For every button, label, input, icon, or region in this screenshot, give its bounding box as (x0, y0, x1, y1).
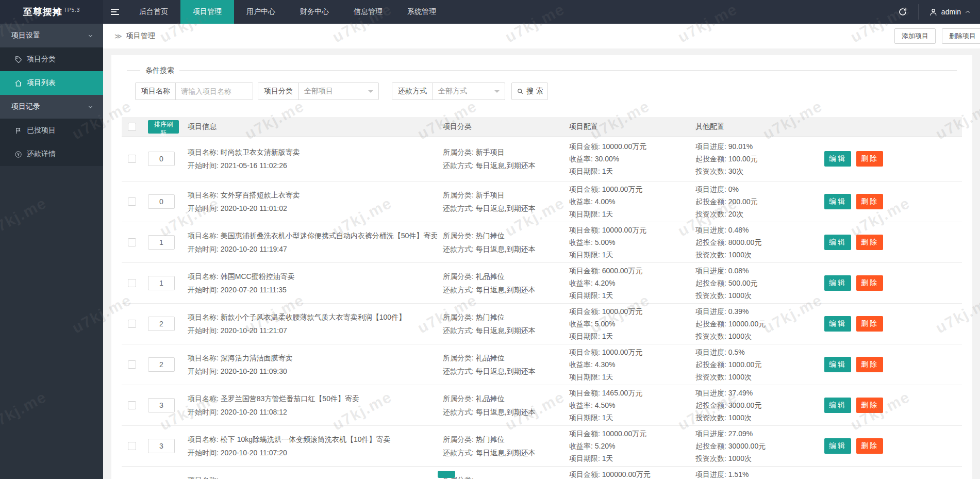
cell-value: 热门摊位 (476, 313, 505, 321)
search-button[interactable]: 搜 索 (511, 82, 548, 100)
cell-value: 礼品摊位 (476, 394, 505, 403)
row-actions: 编辑删除 (824, 194, 883, 209)
sidebar-item-label: 项目分类 (27, 55, 56, 64)
sort-order-input[interactable] (148, 194, 175, 209)
cell-value: 韩国MCC蜜粉控油寄卖 (221, 272, 295, 280)
sidebar-item-invested-projects[interactable]: 已投项目 (0, 119, 103, 142)
sort-order-input[interactable] (148, 357, 175, 372)
row-actions: 编辑删除 (824, 235, 883, 250)
edit-button[interactable]: 编辑 (824, 316, 851, 332)
edit-button[interactable]: 编辑 (824, 194, 851, 209)
sort-order-input[interactable] (148, 398, 175, 412)
nav-item[interactable]: 信息管理 (341, 0, 395, 24)
cell-value: 美国惠浦折叠洗衣机小型迷你便携式自动内衣裤分桶洗【50件】寄卖 (221, 232, 438, 240)
cell-label: 项目期限: (569, 373, 602, 381)
sidebar-item-project-list[interactable]: 项目列表 (0, 71, 103, 95)
sort-order-input[interactable] (148, 317, 175, 331)
project-category-cell: 所属分类: 新手项目还款方式: 每日返息,到期还本 (443, 188, 561, 215)
project-info-cell: 项目名称: 开始时间: (188, 473, 435, 479)
nav-item[interactable]: 系统管理 (395, 0, 449, 24)
row-checkbox[interactable] (128, 442, 136, 450)
cell-value: 时尚款卫衣女清新版寄卖 (221, 148, 300, 156)
delete-button[interactable]: 删除 (856, 316, 883, 332)
cell-value: 1.51% (728, 470, 749, 478)
edit-button[interactable]: 编辑 (824, 151, 851, 167)
cell-value: 2020-10-20 11:01:02 (221, 204, 287, 212)
header-project-config: 项目配置 (569, 122, 688, 131)
delete-button[interactable]: 删除 (856, 275, 883, 291)
sidebar-item-project-category[interactable]: 项目分类 (0, 47, 103, 71)
cell-label: 所属分类: (443, 435, 476, 443)
cell-label: 还款方式: (443, 161, 476, 170)
cell-label: 起投金额: (695, 155, 728, 163)
table-row: 项目名称: 新款小个子风衣温柔收腰薄款气质大衣寄卖利润【100件】开始时间: 2… (122, 304, 962, 344)
cell-value: 女外穿百搭短款上衣寄卖 (221, 191, 300, 199)
app-version: TP5.3 (64, 7, 80, 13)
delete-button[interactable]: 删除 (856, 398, 883, 413)
edit-button[interactable]: 编辑 (824, 398, 851, 413)
cell-label: 项目进度: (695, 430, 728, 438)
cell-value: 2020-10-20 11:09:30 (221, 367, 287, 375)
project-info-cell: 项目名称: 松下 10kg除螨洗烘一体变频滚筒洗衣机【10件】寄卖开始时间: 2… (188, 433, 435, 459)
other-config-cell: 项目进度: 1.51%起投金额: 投资次数: (695, 468, 817, 479)
row-checkbox[interactable] (128, 401, 136, 409)
select-arrow-icon (494, 90, 500, 95)
delete-project-button[interactable]: 删除项目 (942, 28, 980, 44)
sort-order-input[interactable] (148, 152, 175, 166)
project-name-input[interactable] (176, 83, 253, 100)
nav-item[interactable]: 财务中心 (288, 0, 341, 24)
delete-button[interactable]: 删除 (856, 438, 883, 454)
project-category-field: 项目分类 全部项目 (258, 82, 379, 100)
row-checkbox[interactable] (128, 155, 136, 163)
sort-order-input[interactable] (148, 235, 175, 250)
row-checkbox[interactable] (128, 360, 136, 369)
cell-label: 还款方式: (443, 204, 476, 212)
project-category-select[interactable]: 全部项目 (299, 83, 378, 100)
sort-order-input[interactable] (148, 276, 175, 290)
delete-button[interactable]: 删除 (856, 194, 883, 209)
add-project-button[interactable]: 添加项目 (894, 28, 936, 44)
row-checkbox[interactable] (128, 238, 136, 246)
sidebar-group-project-records[interactable]: 项目记录 (0, 95, 103, 119)
edit-button[interactable]: 编辑 (824, 235, 851, 250)
cell-value: 100.00元 (728, 155, 758, 163)
delete-button[interactable]: 删除 (856, 235, 883, 250)
unknown-green-badge-fragment (438, 471, 455, 478)
nav-item[interactable]: 项目管理 (180, 0, 234, 24)
cell-label: 投资次数: (695, 167, 728, 175)
row-checkbox[interactable] (128, 197, 136, 206)
repay-method-field: 还款方式 全部方式 (392, 82, 505, 100)
select-all-checkbox[interactable] (128, 123, 136, 131)
user-menu[interactable]: admin (919, 0, 980, 24)
menu-toggle-icon[interactable] (103, 0, 127, 24)
edit-button[interactable]: 编辑 (824, 275, 851, 291)
cell-value: 4.30% (595, 360, 616, 369)
nav-item[interactable]: 用户中心 (234, 0, 288, 24)
caret-up-icon (965, 9, 971, 15)
cell-label: 项目名称: (188, 313, 221, 321)
cell-value: 1天 (602, 210, 613, 218)
project-config-cell: 项目金额: 1000.00万元收益率: 4.00%项目期限: 1天 (569, 183, 688, 220)
sort-order-input[interactable] (148, 439, 175, 453)
chevron-down-icon (87, 32, 94, 39)
sidebar-item-repayment-details[interactable]: 还款详情 (0, 142, 103, 166)
project-table: 排序刷新 项目信息 项目分类 项目配置 其他配置 项目名称: 时尚款卫衣女清新版… (122, 117, 962, 479)
edit-button[interactable]: 编辑 (824, 438, 851, 454)
project-config-cell: 项目金额: 10000.00万元收益率: 5.00%项目期限: 1天 (569, 224, 688, 261)
sidebar-group-project-settings[interactable]: 项目设置 (0, 24, 103, 47)
cell-label: 起投金额: (695, 197, 728, 206)
edit-button[interactable]: 编辑 (824, 357, 851, 372)
sort-refresh-button[interactable]: 排序刷新 (148, 120, 179, 134)
delete-button[interactable]: 删除 (856, 151, 883, 167)
cell-label: 项目进度: (695, 307, 728, 316)
row-checkbox[interactable] (128, 320, 136, 328)
cell-value: 深海活力清洁面膜寄卖 (221, 354, 293, 362)
cell-value: 每日返息,到期还本 (476, 408, 536, 416)
delete-button[interactable]: 删除 (856, 357, 883, 372)
cell-label: 项目进度: (695, 470, 728, 478)
repay-method-select[interactable]: 全部方式 (433, 83, 505, 100)
row-checkbox[interactable] (128, 279, 136, 287)
nav-item[interactable]: 后台首页 (127, 0, 180, 24)
refresh-icon[interactable] (887, 0, 918, 24)
cell-label: 投资次数: (695, 251, 728, 259)
